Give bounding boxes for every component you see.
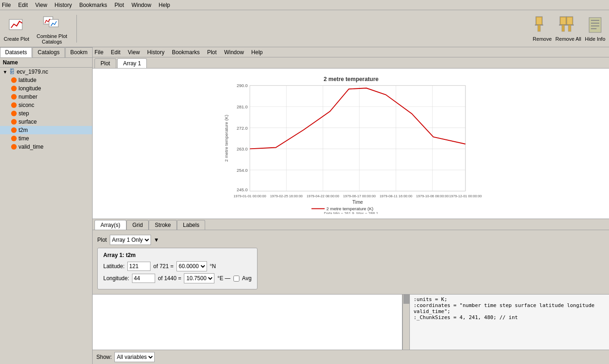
latitude-unit: °N	[210, 263, 216, 270]
svg-text:1979-01-01 00:00:00: 1979-01-01 00:00:00	[233, 194, 266, 198]
latitude-input[interactable]	[127, 262, 151, 271]
plot-tabs: Plot Array 1	[93, 57, 609, 69]
tab-plot[interactable]: Plot	[94, 58, 116, 68]
inner-menu-history[interactable]: History	[147, 49, 164, 56]
longitude-row: Longitude: of 1440 = 10.7500 °E — Avg	[103, 273, 251, 283]
right-content: File Edit View History Bookmarks Plot Wi…	[93, 47, 609, 364]
vertical-scrollbar[interactable]	[402, 295, 410, 350]
latitude-label: Latitude:	[103, 263, 125, 270]
inner-menu-file[interactable]: File	[94, 49, 103, 56]
combine-plot-icon	[43, 13, 61, 31]
inner-menu-plot[interactable]: Plot	[207, 49, 217, 56]
create-plot-label: Create Plot	[4, 36, 29, 42]
show-select[interactable]: All variables	[114, 352, 155, 362]
tree-item[interactable]: step	[0, 109, 92, 118]
svg-rect-6	[538, 25, 540, 31]
hide-info-button[interactable]: Hide Info	[585, 16, 605, 42]
svg-text:Time: Time	[352, 200, 363, 205]
tree-item[interactable]: number	[0, 93, 92, 101]
menu-bookmarks[interactable]: Bookmarks	[79, 2, 107, 8]
svg-rect-12	[567, 18, 572, 24]
toolbar-separator	[76, 15, 77, 43]
longitude-input[interactable]	[132, 274, 155, 283]
menu-file[interactable]: File	[2, 2, 11, 8]
tab-grid[interactable]: Grid	[126, 220, 149, 230]
show-bar: Show: All variables	[93, 350, 609, 364]
left-tabs: Datasets Catalogs Bookm	[0, 47, 92, 58]
svg-rect-2	[49, 19, 58, 27]
combine-plot-button[interactable]: Combine PlotCatalogs	[37, 13, 67, 44]
bottom-left-panel	[93, 295, 402, 350]
svg-text:Data Min = 261.9, Max = 288.1: Data Min = 261.9, Max = 288.1	[324, 211, 378, 214]
menu-history[interactable]: History	[55, 2, 72, 8]
tree-header: Name	[0, 58, 92, 68]
menu-edit[interactable]: Edit	[18, 2, 28, 8]
bottom-split: :units = K; :coordinates = "number time …	[93, 294, 609, 350]
plot-select[interactable]: Array 1 Only	[110, 235, 151, 245]
main-layout: Datasets Catalogs Bookm Name ▼ 🗄 ecv_197…	[0, 47, 609, 364]
tree-root[interactable]: ▼ 🗄 ecv_1979.nc	[0, 68, 92, 76]
tree-item[interactable]: longitude	[0, 84, 92, 93]
hide-info-icon	[586, 16, 604, 34]
svg-text:1979-08-11 16:00:00: 1979-08-11 16:00:00	[379, 194, 412, 198]
menu-view[interactable]: View	[35, 2, 47, 8]
tree-item[interactable]: latitude	[0, 76, 92, 84]
tab-datasets[interactable]: Datasets	[0, 47, 32, 57]
create-plot-icon	[7, 16, 26, 34]
avg-checkbox[interactable]	[233, 276, 239, 282]
inner-menu-view[interactable]: View	[128, 49, 140, 56]
tree-item[interactable]: surface	[0, 118, 92, 126]
tree-item[interactable]: time	[0, 134, 92, 143]
show-label: Show:	[96, 354, 112, 360]
svg-text:1979-02-25 16:00:00: 1979-02-25 16:00:00	[270, 194, 303, 198]
svg-rect-8	[561, 18, 565, 24]
bottom-section: Array(s) Grid Stroke Labels Plot Array 1…	[93, 219, 609, 294]
svg-text:245.0: 245.0	[236, 187, 247, 192]
remove-all-icon	[559, 16, 578, 34]
tab-stroke[interactable]: Stroke	[149, 220, 177, 230]
inner-menu-edit[interactable]: Edit	[111, 49, 120, 56]
menu-plot[interactable]: Plot	[114, 2, 124, 8]
inner-menu-bookmarks[interactable]: Bookmarks	[172, 49, 200, 56]
tab-bookmarks[interactable]: Bookm	[65, 47, 93, 57]
remove-all-button[interactable]: Remove All	[555, 16, 581, 42]
inner-menu-window[interactable]: Window	[224, 49, 244, 56]
svg-rect-21	[250, 86, 465, 191]
menu-window[interactable]: Window	[132, 2, 151, 8]
longitude-label: Longitude:	[103, 275, 129, 282]
svg-text:1979-12-01 00:00:00: 1979-12-01 00:00:00	[449, 194, 482, 198]
latitude-row: Latitude: of 721 = 60.0000 °N	[103, 261, 251, 271]
hide-info-label: Hide Info	[585, 36, 605, 42]
tree-item[interactable]: valid_time	[0, 143, 92, 151]
chart-svg: 2 metre temperature 290.0	[217, 73, 485, 214]
tab-labels[interactable]: Labels	[177, 220, 205, 230]
inner-menu-help[interactable]: Help	[251, 49, 263, 56]
bottom-right-panel: :units = K; :coordinates = "number time …	[410, 295, 609, 350]
svg-rect-14	[568, 25, 571, 31]
tab-array1[interactable]: Array 1	[117, 58, 147, 68]
latitude-coord-select[interactable]: 60.0000	[176, 261, 207, 271]
svg-text:1979-06-17 00:00:00: 1979-06-17 00:00:00	[343, 194, 376, 198]
tree-item[interactable]: t2m	[0, 126, 92, 134]
longitude-coord-select[interactable]: 10.7500	[184, 273, 214, 283]
menu-help[interactable]: Help	[159, 2, 170, 8]
code-line3: :_ChunkSizes = 4, 241, 480; // int	[414, 314, 605, 320]
tab-arrays[interactable]: Array(s)	[94, 220, 126, 230]
svg-text:290.0: 290.0	[236, 83, 247, 88]
svg-text:254.0: 254.0	[236, 168, 247, 173]
svg-text:1979-04-22 08:00:00: 1979-04-22 08:00:00	[306, 194, 339, 198]
svg-rect-10	[562, 25, 565, 31]
plot-label: Plot	[97, 237, 107, 243]
tab-catalogs[interactable]: Catalogs	[32, 47, 64, 57]
create-plot-button[interactable]: Create Plot	[4, 16, 29, 42]
svg-rect-4	[537, 18, 541, 24]
array-box: Array 1: t2m Latitude: of 721 = 60.0000 …	[97, 248, 257, 289]
left-panel: Datasets Catalogs Bookm Name ▼ 🗄 ecv_197…	[0, 47, 93, 364]
svg-text:272.0: 272.0	[236, 126, 247, 131]
remove-button[interactable]: Remove	[533, 16, 552, 42]
svg-rect-0	[9, 19, 22, 30]
longitude-unit: °E —	[217, 275, 230, 282]
tree-item[interactable]: siconc	[0, 101, 92, 109]
svg-text:281.0: 281.0	[236, 104, 247, 109]
remove-icon	[533, 16, 552, 34]
